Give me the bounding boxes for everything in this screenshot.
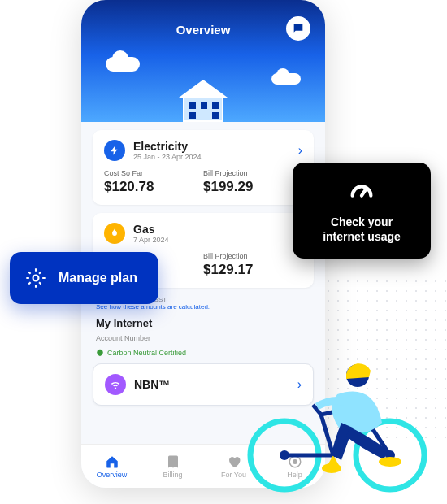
chat-button[interactable] [286, 16, 310, 41]
gear-icon [24, 267, 47, 289]
service-title: Gas [133, 223, 169, 236]
projection-value: $199.29 [203, 179, 302, 195]
internet-usage-label: Check your internet usage [314, 215, 410, 244]
tab-overview[interactable]: Overview [81, 445, 142, 488]
electricity-card[interactable]: Electricity 25 Jan - 23 Apr 2024 › Cost … [93, 130, 314, 205]
cyclist-illustration [228, 317, 439, 496]
internet-usage-callout[interactable]: Check your internet usage [293, 163, 431, 259]
gauge-icon [348, 177, 375, 205]
billing-icon [166, 454, 180, 469]
cloud-decoration [271, 73, 301, 85]
chevron-right-icon: › [298, 143, 302, 158]
cost-label: Cost So Far [104, 169, 203, 177]
cost-value: $120.78 [104, 179, 203, 195]
svg-point-2 [33, 276, 39, 281]
projection-label: Bill Projection [203, 252, 302, 260]
cloud-decoration [106, 57, 140, 72]
service-title: Electricity [133, 140, 202, 153]
home-icon [105, 454, 119, 469]
chat-icon [292, 22, 305, 35]
nbn-label: NBN™ [134, 378, 170, 391]
projection-label: Bill Projection [203, 169, 302, 177]
service-period: 7 Apr 2024 [133, 236, 169, 244]
svg-point-10 [322, 463, 341, 473]
manage-plan-callout[interactable]: Manage plan [10, 252, 158, 304]
electricity-icon [104, 140, 125, 161]
svg-line-3 [362, 189, 367, 196]
tab-billing[interactable]: Billing [142, 445, 203, 488]
svg-point-9 [379, 457, 401, 467]
page-title: Overview [176, 23, 231, 37]
gas-icon [104, 223, 125, 244]
hero-banner: Overview [81, 0, 325, 122]
manage-plan-label: Manage plan [59, 271, 137, 285]
projection-value: $129.17 [203, 262, 302, 278]
wifi-icon [105, 374, 126, 395]
service-period: 25 Jan - 23 Apr 2024 [133, 153, 202, 161]
leaf-icon [96, 349, 104, 357]
house-illustration [175, 81, 232, 122]
disclaimer-link[interactable]: See how these amounts are calculated. [96, 303, 310, 311]
